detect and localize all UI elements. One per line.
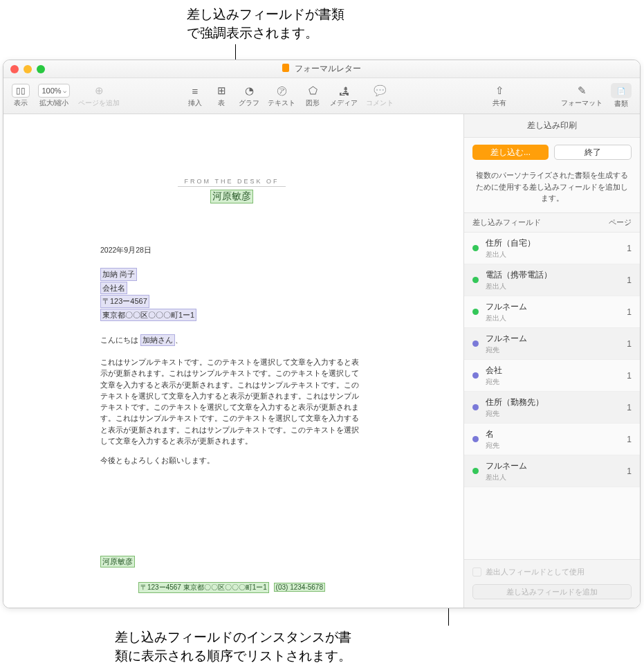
toolbar: ▯▯ 表示 100% 拡大/縮小 ⊕ ページを追加 ≡ 挿入 ⊞ 表 ◔ グラフ… (3, 78, 640, 114)
color-dot-icon (472, 340, 479, 347)
share-button[interactable]: ⇧ 共有 (488, 84, 511, 108)
zoom-value[interactable]: 100% (38, 84, 69, 98)
shape-icon: ⬠ (305, 84, 320, 98)
field-subtitle: 宛先 (486, 377, 623, 387)
inspector-sidebar: 差し込み印刷 差し込む... 終了 複数のパーソナライズされた書類を生成するため… (464, 114, 640, 608)
color-dot-icon (472, 436, 479, 442)
field-row-main: 会社宛先 (486, 365, 623, 387)
recipient-block: 加納 尚子 会社名 〒123ー4567 東京都〇〇区〇〇〇町1ー1 (100, 268, 363, 322)
add-page-button: ⊕ ページを追加 (75, 84, 122, 108)
share-icon: ⇧ (492, 84, 507, 98)
color-dot-icon (472, 309, 479, 315)
text-icon: ㋐ (274, 84, 289, 98)
use-as-sender-checkbox: 差出人フィールドとして使用 (472, 567, 632, 577)
field-row[interactable]: 名宛先1 (464, 424, 640, 455)
date-line[interactable]: 2022年9月28日 (100, 246, 363, 255)
document-canvas[interactable]: FROM THE DESK OF 河原敏彦 2022年9月28日 加納 尚子 会… (3, 114, 464, 608)
window-title: フォーマルレター (3, 63, 640, 75)
merge-field-footer-address[interactable]: 〒123ー4567 東京都〇〇区〇〇〇町1ー1 (138, 582, 269, 593)
body-text[interactable]: これはサンプルテキストです。このテキストを選択して文章を入力すると表示が更新され… (100, 356, 363, 446)
merge-field-recipient-name[interactable]: 加納 尚子 (100, 268, 137, 281)
document-button[interactable]: 📄 書類 (608, 83, 634, 109)
field-row-main: フルネーム宛先 (486, 333, 623, 355)
color-dot-icon (472, 468, 479, 474)
field-row-main: 住所（自宅）差出人 (486, 237, 623, 260)
merge-field-footer-phone[interactable]: (03) 1234-5678 (274, 583, 325, 592)
media-icon: 🏞 (336, 84, 351, 98)
field-row[interactable]: 住所（勤務先）宛先1 (464, 392, 640, 424)
add-field-button: 差し込みフィールドを追加 (472, 584, 632, 599)
greeting-line[interactable]: こんにちは 加納さん、 (100, 334, 363, 347)
merge-field-address[interactable]: 東京都〇〇区〇〇〇町1ー1 (100, 309, 196, 322)
field-row-main: 電話（携帯電話）差出人 (486, 269, 623, 291)
field-subtitle: 宛先 (486, 345, 623, 355)
col-page-label: ページ (609, 217, 632, 228)
chart-icon: ◔ (241, 84, 257, 98)
app-window: フォーマルレター ▯▯ 表示 100% 拡大/縮小 ⊕ ページを追加 ≡ 挿入 … (3, 60, 641, 608)
greeting-prefix: こんにちは (100, 336, 138, 344)
done-button[interactable]: 終了 (554, 145, 632, 160)
field-subtitle: 宛先 (486, 409, 623, 419)
insert-icon: ≡ (187, 84, 203, 98)
shape-button[interactable]: ⬠ 図形 (301, 84, 324, 108)
merge-field-company[interactable]: 会社名 (100, 282, 127, 295)
merge-field-signature[interactable]: 河原敏彦 (100, 556, 135, 567)
field-row[interactable]: 住所（自宅）差出人1 (464, 233, 640, 264)
footer-contact: 〒123ー4567 東京都〇〇区〇〇〇町1ー1 (03) 1234-5678 (100, 582, 363, 593)
field-subtitle: 宛先 (486, 441, 623, 451)
color-dot-icon (472, 245, 479, 251)
sidebar-buttons: 差し込む... 終了 (464, 138, 640, 165)
sidebar-icon: ▯▯ (12, 84, 30, 98)
media-button[interactable]: 🏞 メディア (327, 84, 360, 108)
merge-field-sender-name[interactable]: 河原敏彦 (210, 190, 253, 203)
merge-field-postal[interactable]: 〒123ー4567 (100, 295, 149, 308)
field-row-main: 住所（勤務先）宛先 (486, 397, 623, 419)
merge-button[interactable]: 差し込む... (472, 145, 549, 160)
field-title: フルネーム (486, 333, 623, 345)
view-button[interactable]: ▯▯ 表示 (9, 84, 33, 108)
field-page: 1 (627, 339, 632, 349)
field-subtitle: 差出人 (486, 314, 623, 323)
field-row[interactable]: 電話（携帯電話）差出人1 (464, 264, 640, 296)
field-page: 1 (627, 435, 632, 444)
field-title: 電話（携帯電話） (486, 269, 623, 281)
closing-line[interactable]: 今後ともよろしくお願いします。 (100, 456, 363, 466)
format-button[interactable]: ✎ フォーマット (558, 84, 605, 108)
table-icon: ⊞ (214, 84, 229, 98)
titlebar: フォーマルレター (3, 60, 640, 78)
chart-button[interactable]: ◔ グラフ (236, 84, 262, 108)
checkbox-icon (472, 567, 481, 576)
insert-button[interactable]: ≡ 挿入 (183, 84, 207, 108)
field-title: 会社 (486, 365, 623, 376)
field-subtitle: 差出人 (486, 473, 623, 482)
field-title: 名 (486, 428, 623, 440)
field-row[interactable]: フルネーム差出人1 (464, 455, 640, 487)
window-title-text: フォーマルレター (295, 64, 361, 73)
zoom-select[interactable]: 100% 拡大/縮小 (35, 84, 73, 108)
field-row[interactable]: 会社宛先1 (464, 360, 640, 392)
field-list: 住所（自宅）差出人1電話（携帯電話）差出人1フルネーム差出人1フルネーム宛先1会… (464, 233, 640, 560)
field-page: 1 (627, 275, 632, 285)
field-row[interactable]: フルネーム差出人1 (464, 296, 640, 328)
field-page: 1 (627, 371, 632, 381)
text-button[interactable]: ㋐ テキスト (265, 84, 298, 108)
greeting-suffix: 、 (175, 336, 183, 344)
sidebar-description: 複数のパーソナライズされた書類を生成するために使用する差し込みフィールドを追加し… (464, 165, 640, 213)
field-title: 住所（自宅） (486, 237, 623, 249)
color-dot-icon (472, 372, 479, 379)
color-dot-icon (472, 277, 479, 283)
merge-field-greeting-name[interactable]: 加納さん (140, 334, 175, 346)
comment-button: 💬 コメント (363, 84, 396, 108)
field-title: 住所（勤務先） (486, 397, 623, 408)
sidebar-footer: 差出人フィールドとして使用 差し込みフィールドを追加 (464, 559, 640, 608)
callout-top-text: 差し込みフィールドが書類 で強調表示されます。 (187, 6, 344, 42)
color-dot-icon (472, 404, 479, 410)
field-row-main: フルネーム差出人 (486, 460, 623, 482)
field-row[interactable]: フルネーム宛先1 (464, 328, 640, 360)
document-pane-icon: 📄 (611, 83, 632, 98)
table-button[interactable]: ⊞ 表 (210, 84, 233, 108)
letterhead-prefix: FROM THE DESK OF (178, 178, 286, 187)
sidebar-header: 差し込み印刷 (464, 114, 640, 138)
field-subtitle: 差出人 (486, 282, 623, 291)
field-title: フルネーム (486, 301, 623, 313)
